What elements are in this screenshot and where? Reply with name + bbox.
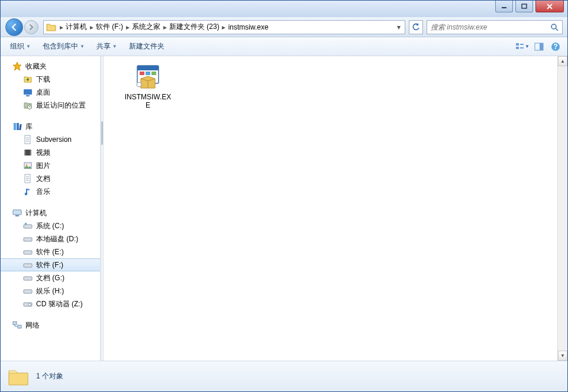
computer-group: 计算机 系统 (C:) 本地磁盘 (D:) 软件 (E:) 软件 (F:) xyxy=(1,206,100,310)
maximize-button[interactable] xyxy=(515,1,533,12)
breadcrumb-segment[interactable]: 软件 (F:) xyxy=(93,22,125,32)
libraries-header[interactable]: 库 xyxy=(1,120,100,133)
download-icon xyxy=(23,74,33,84)
svg-point-2 xyxy=(551,24,556,29)
network-icon xyxy=(12,320,22,330)
toolbar-label: 共享 xyxy=(96,41,111,51)
toolbar: 组织▼ 包含到库中▼ 共享▼ 新建文件夹 ▼ ? xyxy=(1,37,567,56)
scroll-up-button[interactable]: ▲ xyxy=(558,56,567,66)
drive-icon xyxy=(23,260,33,270)
nav-drive-c[interactable]: 系统 (C:) xyxy=(1,219,100,232)
scroll-down-button[interactable]: ▼ xyxy=(558,351,567,361)
content-pane[interactable]: INSTMSIW.EXE ▲ ▼ xyxy=(104,56,567,361)
folder-large-icon xyxy=(7,365,30,388)
change-view-button[interactable]: ▼ xyxy=(515,40,530,54)
breadcrumb-segment[interactable]: instmsiw.exe xyxy=(226,23,271,31)
network-group: 网络 xyxy=(1,319,100,332)
drive-icon xyxy=(23,273,33,283)
vertical-scrollbar[interactable]: ▲ ▼ xyxy=(557,56,567,361)
nav-desktop[interactable]: 桌面 xyxy=(1,86,100,99)
chevron-down-icon: ▼ xyxy=(112,44,117,49)
nav-drive-g[interactable]: 文档 (G:) xyxy=(1,271,100,284)
nav-label: 最近访问的位置 xyxy=(36,101,86,111)
nav-label: 音乐 xyxy=(36,187,50,197)
document-icon xyxy=(23,135,33,144)
breadcrumb-segment[interactable]: 新建文件夹 (23) xyxy=(167,22,222,32)
address-dropdown[interactable]: ▾ xyxy=(394,23,404,31)
search-input[interactable] xyxy=(431,23,550,31)
nav-drive-z[interactable]: CD 驱动器 (Z:) xyxy=(1,297,100,310)
details-pane: 1 个对象 xyxy=(1,361,567,391)
nav-label: 软件 (E:) xyxy=(36,247,64,257)
svg-rect-12 xyxy=(26,95,30,96)
svg-rect-8 xyxy=(540,43,543,50)
svg-point-35 xyxy=(28,303,31,306)
svg-rect-14 xyxy=(14,123,16,130)
chevron-right-icon: ▸ xyxy=(125,23,130,31)
preview-pane-button[interactable] xyxy=(532,40,546,54)
chevron-right-icon: ▸ xyxy=(163,23,167,31)
computer-icon xyxy=(12,208,22,218)
new-folder-button[interactable]: 新建文件夹 xyxy=(124,39,169,54)
nav-pictures[interactable]: 图片 xyxy=(1,159,100,172)
music-icon xyxy=(23,187,33,196)
svg-rect-6 xyxy=(520,47,524,48)
document-icon xyxy=(23,174,33,183)
nav-label: 收藏夹 xyxy=(25,61,47,72)
nav-documents[interactable]: 文档 xyxy=(1,172,100,185)
svg-text:?: ? xyxy=(553,43,557,51)
breadcrumb-segment[interactable]: 计算机 xyxy=(63,22,89,32)
forward-button[interactable] xyxy=(24,20,38,34)
nav-label: 库 xyxy=(25,122,33,132)
nav-drive-d[interactable]: 本地磁盘 (D:) xyxy=(1,232,100,245)
nav-recent[interactable]: 最近访问的位置 xyxy=(1,99,100,112)
address-bar[interactable]: ▸ 计算机 ▸ 软件 (F:) ▸ 系统之家 ▸ 新建文件夹 (23) ▸ in… xyxy=(43,20,405,34)
window-buttons xyxy=(495,1,564,12)
organize-button[interactable]: 组织▼ xyxy=(5,39,36,54)
libraries-group: 库 Subversion 视频 图片 文档 xyxy=(1,120,100,198)
include-in-library-button[interactable]: 包含到库中▼ xyxy=(38,39,89,54)
nav-label: 系统 (C:) xyxy=(36,221,64,231)
star-icon xyxy=(12,61,22,71)
arrow-left-icon xyxy=(10,23,18,31)
toolbar-label: 组织 xyxy=(10,41,24,51)
close-button[interactable] xyxy=(535,1,564,12)
nav-drive-f[interactable]: 软件 (F:) xyxy=(1,258,100,271)
drive-icon xyxy=(23,234,33,244)
nav-downloads[interactable]: 下载 xyxy=(1,73,100,86)
svg-rect-39 xyxy=(137,66,159,70)
chevron-right-icon: ▸ xyxy=(222,23,226,31)
explorer-window: ▸ 计算机 ▸ 软件 (F:) ▸ 系统之家 ▸ 新建文件夹 (23) ▸ in… xyxy=(0,0,568,392)
svg-rect-16 xyxy=(19,124,21,130)
help-button[interactable]: ? xyxy=(548,40,563,54)
minimize-button[interactable] xyxy=(495,1,513,12)
cd-drive-icon xyxy=(23,299,33,309)
favorites-header[interactable]: 收藏夹 xyxy=(1,60,100,73)
nav-videos[interactable]: 视频 xyxy=(1,146,100,159)
titlebar xyxy=(1,1,567,17)
chevron-right-icon: ▸ xyxy=(59,23,63,31)
scroll-track[interactable] xyxy=(558,66,567,351)
share-button[interactable]: 共享▼ xyxy=(92,39,122,54)
nav-buttons xyxy=(5,19,40,35)
back-button[interactable] xyxy=(5,18,23,36)
libraries-icon xyxy=(12,122,22,131)
installer-exe-icon xyxy=(134,63,162,92)
refresh-button[interactable] xyxy=(409,20,423,34)
drive-icon xyxy=(23,247,33,257)
nav-subversion[interactable]: Subversion xyxy=(1,133,100,146)
computer-header[interactable]: 计算机 xyxy=(1,206,100,219)
file-item[interactable]: INSTMSIW.EXE xyxy=(121,61,175,112)
navigation-pane: 收藏夹 下载 桌面 最近访问的位置 库 xyxy=(1,56,100,361)
chevron-down-icon: ▼ xyxy=(80,44,85,49)
toolbar-label: 新建文件夹 xyxy=(129,41,164,51)
breadcrumb-segment[interactable]: 系统之家 xyxy=(130,22,163,32)
file-label: INSTMSIW.EXE xyxy=(124,93,172,109)
nav-drive-h[interactable]: 娱乐 (H:) xyxy=(1,284,100,297)
network-header[interactable]: 网络 xyxy=(1,319,100,332)
nav-music[interactable]: 音乐 xyxy=(1,185,100,198)
search-box[interactable] xyxy=(427,20,563,34)
address-row: ▸ 计算机 ▸ 软件 (F:) ▸ 系统之家 ▸ 新建文件夹 (23) ▸ in… xyxy=(1,17,567,37)
nav-drive-e[interactable]: 软件 (E:) xyxy=(1,245,100,258)
nav-label: 文档 xyxy=(36,174,50,184)
